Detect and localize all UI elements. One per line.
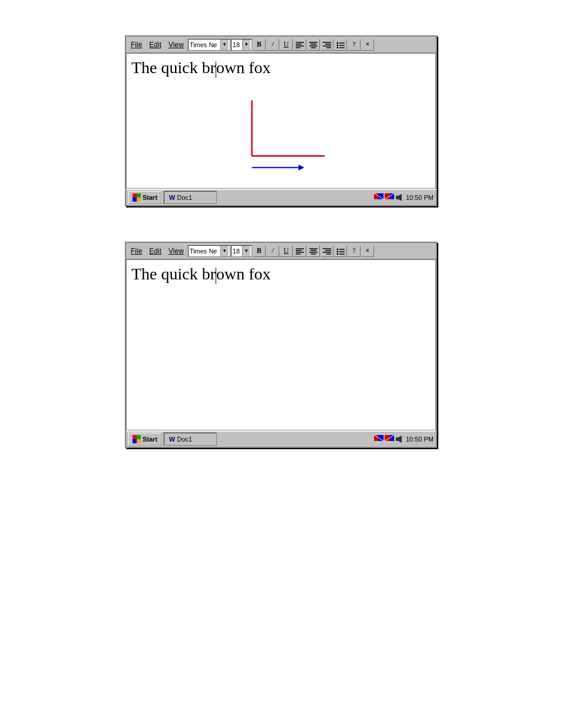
svg-rect-22 — [374, 193, 378, 199]
bold-button-1[interactable]: B — [253, 39, 266, 51]
italic-button-1[interactable]: / — [266, 39, 279, 51]
taskbar-doc-1[interactable]: W Doc1 — [164, 191, 217, 204]
taskbar-doc-2[interactable]: W Doc1 — [164, 433, 217, 446]
text-before-cursor-2: The quick br — [131, 265, 216, 283]
align-center-button-1[interactable] — [307, 39, 320, 51]
font-dropdown-2[interactable]: ▼ — [220, 246, 229, 256]
svg-rect-28 — [396, 196, 398, 199]
window-2: File Edit View Times Ne ▼ 18 ▼ B / U ? × — [125, 242, 437, 448]
align-left-button-2[interactable] — [293, 245, 306, 257]
tray-icon-1 — [374, 193, 384, 202]
doc-name-2: Doc1 — [177, 436, 192, 443]
windows-logo-1 — [133, 193, 141, 202]
close-button-2[interactable]: × — [361, 245, 374, 257]
menu-bar-2: File Edit View — [127, 246, 187, 256]
svg-point-46 — [336, 253, 338, 255]
menu-bar-1: File Edit View — [127, 39, 187, 50]
svg-point-44 — [336, 251, 338, 252]
menu-view-2[interactable]: View — [165, 246, 187, 256]
underline-button-2[interactable]: U — [280, 245, 293, 257]
speaker-icon-1 — [395, 193, 405, 202]
doc-text-2: The quick brown fox — [131, 265, 431, 284]
close-button-1[interactable]: × — [361, 39, 374, 51]
toolbar-1: File Edit View Times Ne ▼ 18 ▼ B / U ? × — [126, 37, 436, 53]
toolbar-2: File Edit View Times Ne ▼ 18 ▼ B / U ? × — [126, 243, 436, 259]
svg-point-42 — [336, 248, 338, 250]
size-selector-1[interactable]: 18 ▼ — [231, 39, 252, 51]
speaker-svg-1 — [395, 193, 405, 202]
svg-rect-54 — [396, 437, 398, 441]
taskbar-2: Start W Doc1 — [126, 430, 436, 447]
font-size-1: 18 — [233, 41, 242, 48]
start-label-2: Start — [143, 436, 157, 443]
tray-icon-3 — [374, 434, 384, 444]
list-icon-2 — [336, 248, 345, 255]
doc-icon-1: W — [169, 194, 175, 201]
list-button-1[interactable] — [334, 39, 347, 51]
doc-name-1: Doc1 — [177, 194, 192, 201]
underline-button-1[interactable]: U — [280, 39, 293, 51]
align-left-button-1[interactable] — [293, 39, 306, 51]
size-dropdown-1[interactable]: ▼ — [242, 39, 250, 50]
svg-marker-21 — [299, 164, 305, 170]
svg-rect-26 — [390, 193, 394, 199]
align-right-button-2[interactable] — [320, 245, 333, 257]
font-dropdown-1[interactable]: ▼ — [220, 39, 229, 50]
windows-logo-2 — [133, 435, 141, 443]
list-button-2[interactable] — [334, 245, 347, 257]
svg-rect-48 — [374, 435, 378, 441]
svg-marker-29 — [398, 194, 402, 201]
svg-point-16 — [336, 47, 338, 48]
doc-area-1[interactable]: The quick brown fox — [126, 53, 436, 189]
font-selector-2[interactable]: Times Ne ▼ — [188, 245, 230, 257]
align-left-icon-2 — [296, 248, 304, 255]
doc-area-2[interactable]: The quick brown fox — [126, 259, 436, 430]
flag-icon-2 — [385, 193, 394, 202]
text-after-cursor-2: own fox — [216, 265, 271, 283]
menu-file-1[interactable]: File — [127, 39, 146, 50]
align-right-icon-1 — [323, 41, 331, 48]
align-left-icon-1 — [296, 41, 304, 48]
system-time-1: 10:50 PM — [406, 194, 434, 201]
text-before-cursor-1: The quick br — [131, 58, 216, 77]
flag-icon-4 — [385, 435, 394, 443]
speaker-icon-2 — [395, 434, 405, 444]
taskbar-1: Start W Doc1 — [126, 189, 436, 205]
taskbar-right-2: 10:50 PM — [374, 434, 434, 444]
flag-icon-1 — [374, 193, 384, 202]
font-selector-1[interactable]: Times Ne ▼ — [188, 39, 230, 51]
start-label-1: Start — [143, 194, 157, 201]
align-right-icon-2 — [323, 248, 331, 255]
window-1: File Edit View Times Ne ▼ 18 ▼ B / U ? × — [125, 35, 437, 206]
align-center-button-2[interactable] — [307, 245, 320, 257]
align-right-button-1[interactable] — [320, 39, 333, 51]
font-name-2: Times Ne — [190, 248, 220, 255]
align-center-icon-1 — [309, 41, 318, 48]
tray-icon-2 — [385, 193, 394, 202]
start-button-1[interactable]: Start — [128, 191, 161, 204]
speaker-svg-2 — [395, 435, 405, 443]
text-after-cursor-1: own fox — [216, 58, 271, 77]
taskbar-right-1: 10:50 PM — [374, 193, 434, 202]
menu-view-1[interactable]: View — [165, 39, 187, 50]
svg-point-14 — [336, 44, 338, 46]
align-center-icon-2 — [309, 248, 318, 255]
start-button-2[interactable]: Start — [128, 433, 161, 446]
menu-edit-2[interactable]: Edit — [146, 246, 165, 256]
svg-marker-55 — [398, 436, 402, 443]
system-time-2: 10:50 PM — [406, 436, 434, 443]
doc-text-1: The quick brown fox — [131, 58, 431, 78]
bold-button-2[interactable]: B — [253, 245, 266, 257]
size-selector-2[interactable]: 18 ▼ — [231, 245, 252, 257]
help-button-1[interactable]: ? — [348, 39, 361, 51]
svg-rect-52 — [390, 435, 394, 441]
doc-icon-2: W — [169, 436, 175, 443]
list-icon-1 — [336, 41, 345, 48]
svg-point-12 — [336, 42, 338, 44]
help-button-2[interactable]: ? — [348, 245, 361, 257]
size-dropdown-2[interactable]: ▼ — [242, 246, 250, 256]
menu-edit-1[interactable]: Edit — [146, 39, 165, 50]
font-name-1: Times Ne — [190, 41, 220, 48]
italic-button-2[interactable]: / — [266, 245, 279, 257]
menu-file-2[interactable]: File — [127, 246, 146, 256]
